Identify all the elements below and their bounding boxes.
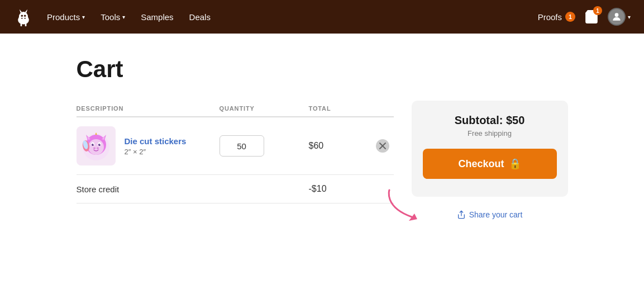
arrow-decoration — [378, 184, 434, 224]
remove-icon — [379, 142, 387, 150]
store-credit-label: Store credit — [77, 184, 220, 194]
nav-links: Products ▾ Tools ▾ Samples Deals — [40, 8, 538, 26]
item-name[interactable]: Die cut stickers — [125, 136, 187, 146]
svg-rect-9 — [25, 23, 27, 26]
site-logo[interactable] — [13, 7, 34, 27]
products-chevron-icon: ▾ — [82, 14, 85, 20]
item-total: $60 — [309, 141, 376, 151]
share-cart-link[interactable]: Share your cart — [457, 210, 523, 219]
subtotal-box: Subtotal: $50 Free shipping Checkout 🔒 — [412, 101, 568, 197]
subtotal-text: Subtotal: $50 — [423, 114, 557, 127]
svg-point-11 — [615, 13, 619, 17]
svg-rect-8 — [21, 23, 22, 26]
cart-sidebar: Subtotal: $50 Free shipping Checkout 🔒 — [412, 101, 568, 219]
logo-icon — [13, 7, 34, 27]
cart-table-header: DESCRIPTION QUANTITY TOTAL — [77, 101, 394, 117]
svg-marker-5 — [25, 10, 28, 13]
svg-point-27 — [93, 148, 96, 149]
col-description-header: DESCRIPTION — [77, 105, 220, 112]
user-menu-chevron-icon: ▾ — [628, 14, 631, 20]
nav-products[interactable]: Products ▾ — [40, 8, 92, 26]
main-content: Cart DESCRIPTION QUANTITY TOTAL — [43, 34, 602, 241]
cart-table-section: DESCRIPTION QUANTITY TOTAL — [77, 101, 394, 203]
col-total-header: TOTAL — [309, 105, 376, 112]
svg-point-20 — [88, 139, 104, 155]
navbar: Products ▾ Tools ▾ Samples Deals Proofs … — [0, 0, 644, 34]
cart-badge: 1 — [593, 6, 602, 15]
svg-point-25 — [93, 144, 94, 145]
remove-item-button[interactable] — [376, 139, 389, 153]
user-menu-button[interactable]: ▾ — [608, 8, 631, 26]
tools-chevron-icon: ▾ — [122, 14, 125, 20]
share-icon — [457, 210, 466, 219]
svg-point-7 — [24, 18, 26, 19]
proofs-button[interactable]: Proofs 1 — [538, 12, 575, 22]
table-row: Die cut stickers 2″ × 2″ $60 — [77, 117, 394, 175]
cart-layout: DESCRIPTION QUANTITY TOTAL — [77, 101, 568, 219]
item-description: Die cut stickers 2″ × 2″ — [77, 126, 220, 165]
share-area: Share your cart — [412, 201, 568, 219]
cart-button[interactable]: 1 — [584, 10, 599, 24]
item-info: Die cut stickers 2″ × 2″ — [125, 136, 187, 156]
nav-right: Proofs 1 1 ▾ — [538, 8, 631, 26]
nav-samples[interactable]: Samples — [134, 8, 180, 26]
item-sticker-image — [79, 129, 113, 163]
page-title: Cart — [77, 56, 568, 83]
col-quantity-header: QUANTITY — [220, 105, 309, 112]
store-credit-row: Store credit -$10 — [77, 175, 394, 203]
item-quantity-cell — [220, 135, 309, 157]
svg-marker-4 — [20, 10, 22, 13]
proofs-badge: 1 — [565, 12, 575, 22]
checkout-button[interactable]: Checkout 🔒 — [423, 149, 557, 179]
nav-deals[interactable]: Deals — [183, 8, 217, 26]
shipping-text: Free shipping — [423, 129, 557, 138]
avatar — [608, 8, 626, 26]
store-credit-amount: -$10 — [309, 184, 376, 194]
item-size: 2″ × 2″ — [125, 148, 187, 156]
item-image — [77, 126, 116, 165]
svg-point-28 — [97, 148, 99, 149]
lock-icon: 🔒 — [509, 158, 521, 170]
quantity-input[interactable] — [220, 135, 264, 157]
svg-point-3 — [24, 15, 26, 17]
svg-point-2 — [21, 15, 23, 17]
svg-point-1 — [19, 12, 28, 22]
nav-tools[interactable]: Tools ▾ — [94, 8, 132, 26]
svg-point-26 — [99, 144, 101, 145]
svg-point-6 — [21, 18, 23, 19]
user-icon — [611, 11, 622, 22]
